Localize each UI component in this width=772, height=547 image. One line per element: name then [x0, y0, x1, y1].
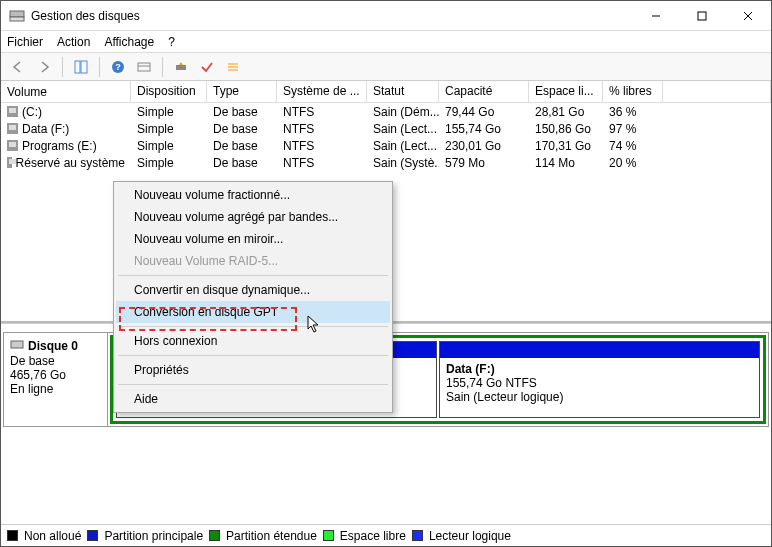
ctx-offline[interactable]: Hors connexion — [116, 330, 390, 352]
volume-fs: NTFS — [277, 122, 367, 136]
volume-percent: 97 % — [603, 122, 663, 136]
volume-name: Réservé au système — [16, 156, 125, 170]
check-button[interactable] — [196, 56, 218, 78]
ctx-convert-gpt[interactable]: Conversion en disque GPT — [116, 301, 390, 323]
volume-capacity: 230,01 Go — [439, 139, 529, 153]
ctx-new-mirror[interactable]: Nouveau volume en miroir... — [116, 228, 390, 250]
volume-row[interactable]: Data (F:)SimpleDe baseNTFSSain (Lect...1… — [1, 120, 771, 137]
ctx-new-raid5: Nouveau Volume RAID-5... — [116, 250, 390, 272]
volume-free: 170,31 Go — [529, 139, 603, 153]
ctx-properties[interactable]: Propriétés — [116, 359, 390, 381]
disk-size: 465,76 Go — [10, 368, 101, 382]
col-filesystem[interactable]: Système de ... — [277, 81, 367, 102]
volume-header-row: Volume Disposition Type Système de ... S… — [1, 81, 771, 103]
legend-free: Espace libre — [340, 529, 406, 543]
list-button[interactable] — [222, 56, 244, 78]
partition-size: 155,74 Go NTFS — [446, 376, 537, 390]
disk-label[interactable]: Disque 0 De base 465,76 Go En ligne — [4, 333, 108, 426]
col-capacity[interactable]: Capacité — [439, 81, 529, 102]
ctx-separator — [118, 355, 388, 356]
volume-free: 28,81 Go — [529, 105, 603, 119]
menu-view[interactable]: Affichage — [104, 35, 154, 49]
volume-name: Data (F:) — [22, 122, 69, 136]
back-button[interactable] — [7, 56, 29, 78]
forward-button[interactable] — [33, 56, 55, 78]
app-icon — [9, 8, 25, 24]
ctx-help[interactable]: Aide — [116, 388, 390, 410]
volume-row[interactable]: Programs (E:)SimpleDe baseNTFSSain (Lect… — [1, 137, 771, 154]
col-status[interactable]: Statut — [367, 81, 439, 102]
volume-icon — [7, 123, 18, 134]
volume-capacity: 155,74 Go — [439, 122, 529, 136]
ctx-separator — [118, 384, 388, 385]
ctx-new-spanned[interactable]: Nouveau volume fractionné... — [116, 184, 390, 206]
close-button[interactable] — [725, 1, 771, 31]
volume-status: Sain (Dém... — [367, 105, 439, 119]
maximize-button[interactable] — [679, 1, 725, 31]
separator — [162, 57, 163, 77]
window-title: Gestion des disques — [31, 9, 633, 23]
volume-type: De base — [207, 139, 277, 153]
menu-action[interactable]: Action — [57, 35, 90, 49]
swatch-primary — [87, 530, 98, 541]
volume-type: De base — [207, 105, 277, 119]
col-disposition[interactable]: Disposition — [131, 81, 207, 102]
ctx-convert-dynamic[interactable]: Convertir en disque dynamique... — [116, 279, 390, 301]
col-free[interactable]: Espace li... — [529, 81, 603, 102]
volume-fs: NTFS — [277, 105, 367, 119]
volume-capacity: 579 Mo — [439, 156, 529, 170]
cursor-icon — [307, 315, 321, 335]
volume-row[interactable]: (C:)SimpleDe baseNTFSSain (Dém...79,44 G… — [1, 103, 771, 120]
legend-extended: Partition étendue — [226, 529, 317, 543]
toolbar: ? — [1, 53, 771, 81]
volume-status: Sain (Lect... — [367, 122, 439, 136]
disk-name: Disque 0 — [28, 339, 78, 353]
action-button[interactable] — [170, 56, 192, 78]
volume-fs: NTFS — [277, 139, 367, 153]
volume-disposition: Simple — [131, 105, 207, 119]
view-mode-button[interactable] — [70, 56, 92, 78]
partition[interactable]: Data (F:) 155,74 Go NTFS Sain (Lecteur l… — [439, 341, 760, 418]
legend-logical: Lecteur logique — [429, 529, 511, 543]
svg-text:?: ? — [115, 62, 121, 72]
volume-percent: 36 % — [603, 105, 663, 119]
partition-status: Sain (Lecteur logique) — [446, 390, 563, 404]
col-percent[interactable]: % libres — [603, 81, 663, 102]
volume-disposition: Simple — [131, 139, 207, 153]
volume-free: 114 Mo — [529, 156, 603, 170]
legend: Non alloué Partition principale Partitio… — [1, 524, 771, 546]
settings-button[interactable] — [133, 56, 155, 78]
titlebar: Gestion des disques — [1, 1, 771, 31]
svg-rect-16 — [11, 341, 23, 348]
volume-percent: 20 % — [603, 156, 663, 170]
volume-free: 150,86 Go — [529, 122, 603, 136]
volume-percent: 74 % — [603, 139, 663, 153]
help-button[interactable]: ? — [107, 56, 129, 78]
volume-disposition: Simple — [131, 156, 207, 170]
ctx-new-striped[interactable]: Nouveau volume agrégé par bandes... — [116, 206, 390, 228]
disk-management-window: Gestion des disques Fichier Action Affic… — [0, 0, 772, 547]
svg-rect-0 — [10, 11, 24, 17]
svg-rect-1 — [10, 17, 24, 21]
svg-rect-10 — [138, 63, 150, 71]
separator — [62, 57, 63, 77]
volume-row[interactable]: Réservé au systèmeSimpleDe baseNTFSSain … — [1, 154, 771, 171]
disk-icon — [10, 337, 24, 354]
volume-capacity: 79,44 Go — [439, 105, 529, 119]
col-tail — [663, 81, 771, 102]
volume-type: De base — [207, 122, 277, 136]
svg-rect-7 — [81, 61, 87, 73]
menu-file[interactable]: Fichier — [7, 35, 43, 49]
volume-status: Sain (Systè... — [367, 156, 439, 170]
context-menu: Nouveau volume fractionné... Nouveau vol… — [113, 181, 393, 413]
svg-rect-3 — [698, 12, 706, 20]
swatch-free — [323, 530, 334, 541]
swatch-unallocated — [7, 530, 18, 541]
menu-help[interactable]: ? — [168, 35, 175, 49]
volume-icon — [7, 106, 18, 117]
col-volume[interactable]: Volume — [1, 81, 131, 102]
swatch-extended — [209, 530, 220, 541]
col-type[interactable]: Type — [207, 81, 277, 102]
svg-rect-12 — [176, 65, 186, 70]
minimize-button[interactable] — [633, 1, 679, 31]
